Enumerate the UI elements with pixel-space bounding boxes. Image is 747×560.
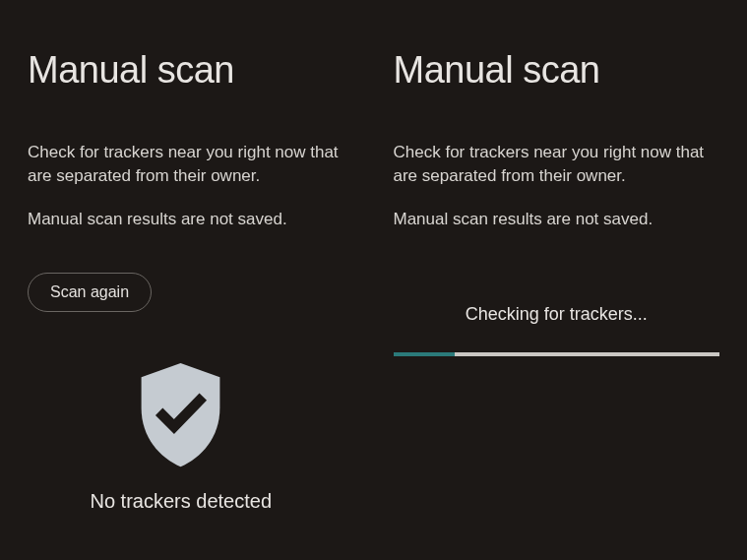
- description-text-2-left: Manual scan results are not saved.: [28, 208, 354, 231]
- right-panel: Manual scan Check for trackers near you …: [374, 0, 748, 560]
- left-panel: Manual scan Check for trackers near you …: [0, 0, 374, 560]
- scan-again-button[interactable]: Scan again: [28, 273, 152, 312]
- progress-bar: [394, 352, 720, 356]
- checking-section: Checking for trackers...: [394, 304, 720, 356]
- description-text-1-left: Check for trackers near you right now th…: [28, 141, 354, 188]
- progress-fill: [394, 352, 456, 356]
- description-text-2-right: Manual scan results are not saved.: [394, 208, 720, 231]
- checking-status-text: Checking for trackers...: [394, 304, 720, 325]
- result-text: No trackers detected: [28, 490, 335, 513]
- shield-check-icon: [134, 361, 227, 469]
- result-section: No trackers detected: [28, 361, 354, 513]
- description-text-1-right: Check for trackers near you right now th…: [394, 141, 720, 188]
- page-title-right: Manual scan: [394, 49, 720, 92]
- page-title-left: Manual scan: [28, 49, 354, 92]
